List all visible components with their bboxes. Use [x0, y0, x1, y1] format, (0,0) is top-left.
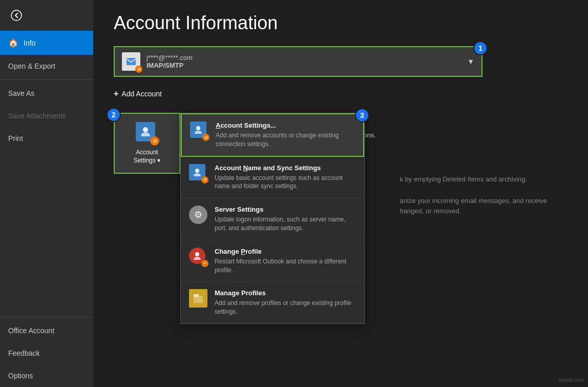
sidebar-item-feedback[interactable]: Feedback — [0, 342, 93, 364]
sidebar-item-info[interactable]: 🏠 Info — [0, 31, 93, 55]
sidebar-bottom: Office Account Feedback Options — [0, 315, 93, 387]
account-settings-card[interactable]: ⚙ AccountSettings ▾ — [114, 113, 180, 174]
sidebar-item-feedback-label: Feedback — [8, 349, 39, 357]
add-account-label: Add Account — [121, 90, 162, 98]
background-text: k by emptying Deleted Items and archivin… — [400, 174, 547, 217]
svg-rect-1 — [127, 58, 136, 65]
dropdown-item-manage-profiles-text: Manage Profiles Add and remove profiles … — [215, 289, 356, 316]
card-label: AccountSettings ▾ — [134, 149, 161, 165]
dropdown-item-manage-profiles[interactable]: Manage Profiles Add and remove profiles … — [181, 282, 364, 323]
sidebar-item-options[interactable]: Options — [0, 364, 93, 387]
svg-point-5 — [195, 252, 199, 256]
dropdown-item-server-settings-text: Server Settings Update logon information… — [215, 206, 356, 233]
add-account-button[interactable]: + Add Account — [114, 85, 162, 103]
plus-icon: + — [114, 89, 118, 98]
dropdown-item-account-settings-text: Account Settings... Add and remove accou… — [216, 121, 355, 149]
step-badge-2: 2 — [107, 108, 121, 122]
account-selector-text: j****@*****.com IMAP/SMTP — [146, 54, 467, 69]
account-selector[interactable]: ⚙ j****@*****.com IMAP/SMTP ▼ — [114, 46, 482, 77]
account-type: IMAP/SMTP — [146, 62, 467, 69]
sidebar-item-print-label: Print — [8, 134, 23, 142]
server-settings-icon: ⚙ — [189, 206, 207, 224]
back-button[interactable] — [6, 5, 27, 26]
sidebar-item-options-label: Options — [8, 372, 33, 380]
dropdown-item-change-profile[interactable]: ↩ Change Profile Restart Microsoft Outlo… — [181, 240, 364, 282]
sidebar-item-office-account-label: Office Account — [8, 327, 54, 335]
account-settings-dropdown-icon: ⚙ — [190, 121, 208, 140]
home-icon: 🏠 — [8, 38, 18, 48]
sidebar-item-save-as-label: Save As — [8, 89, 34, 97]
svg-point-2 — [143, 127, 148, 132]
watermark: weizhi.com — [559, 377, 584, 383]
dropdown-item-name-sync[interactable]: ⚙ Account Name and Sync Settings Update … — [181, 157, 364, 199]
account-settings-card-icon: ⚙ — [136, 122, 158, 145]
account-type-icon: ⚙ — [122, 52, 140, 71]
dropdown-item-account-settings[interactable]: ⚙ Account Settings... Add and remove acc… — [181, 113, 364, 157]
sidebar-item-save-attachments: Save Attachments — [0, 105, 93, 127]
dropdown-item-name-sync-text: Account Name and Sync Settings Update ba… — [215, 164, 356, 191]
change-profile-icon: ↩ — [189, 248, 207, 266]
sidebar-item-print[interactable]: Print — [0, 127, 93, 150]
sidebar-item-open-export[interactable]: Open & Export — [0, 55, 93, 77]
dropdown-item-change-profile-text: Change Profile Restart Microsoft Outlook… — [215, 248, 356, 275]
sidebar-item-info-label: Info — [24, 39, 35, 47]
page-title: Account Information — [114, 12, 568, 34]
sidebar-item-save-as[interactable]: Save As — [0, 82, 93, 105]
dropdown-menu: ⚙ Account Settings... Add and remove acc… — [180, 113, 365, 324]
sidebar: 🏠 Info Open & Export Save As Save Attach… — [0, 0, 93, 387]
content-area: ⚙ AccountSettings ▾ 2 Account Settings C… — [114, 113, 568, 174]
step-badge-1: 1 — [473, 41, 488, 55]
sidebar-item-save-attachments-label: Save Attachments — [8, 112, 66, 120]
svg-rect-6 — [194, 296, 203, 303]
account-email: j****@*****.com — [146, 54, 467, 62]
svg-point-3 — [196, 126, 200, 130]
svg-point-0 — [11, 10, 22, 21]
chevron-down-icon: ▼ — [467, 57, 474, 66]
step-badge-3: 3 — [355, 108, 369, 123]
main-content: Account Information ⚙ j****@*****.com IM… — [93, 0, 588, 387]
sidebar-divider-1 — [0, 79, 93, 80]
name-sync-icon: ⚙ — [189, 164, 207, 182]
svg-rect-7 — [194, 294, 199, 297]
sidebar-divider-2 — [0, 317, 93, 317]
manage-profiles-icon — [189, 289, 207, 308]
sidebar-item-open-export-label: Open & Export — [8, 62, 55, 70]
back-arrow-icon — [10, 9, 23, 22]
dropdown-item-server-settings[interactable]: ⚙ Server Settings Update logon informati… — [181, 198, 364, 240]
svg-point-4 — [195, 169, 199, 173]
sidebar-item-office-account[interactable]: Office Account — [0, 319, 93, 342]
